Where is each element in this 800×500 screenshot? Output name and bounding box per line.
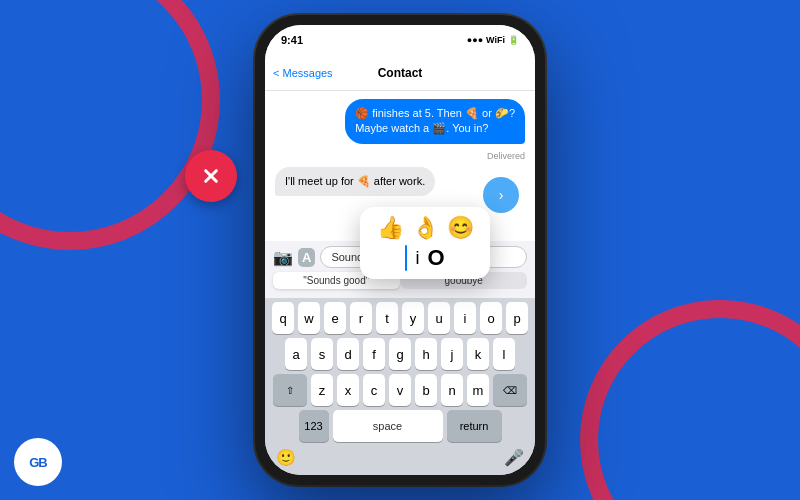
emoji-thumbsup[interactable]: 👍	[377, 215, 404, 241]
blue-arc-button[interactable]: ›	[483, 177, 519, 213]
key-f[interactable]: f	[363, 338, 385, 370]
status-time: 9:41	[281, 34, 303, 46]
key-g[interactable]: g	[389, 338, 411, 370]
key-y[interactable]: y	[402, 302, 424, 334]
appstore-icon[interactable]: A	[298, 248, 315, 267]
iphone-frame: 9:41 ●●● WiFi 🔋 < Messages Contact 🏀 fin…	[255, 15, 545, 485]
close-button[interactable]	[185, 150, 237, 202]
key-s[interactable]: s	[311, 338, 333, 370]
x-icon	[200, 165, 222, 187]
key-r[interactable]: r	[350, 302, 372, 334]
keyboard-bottom: 🙂 🎤	[268, 446, 532, 467]
text-cursor	[405, 245, 407, 271]
emoji-popup: 👍 👌 😊 i O	[360, 207, 490, 279]
key-d[interactable]: d	[337, 338, 359, 370]
iphone-screen: 9:41 ●●● WiFi 🔋 < Messages Contact 🏀 fin…	[265, 25, 535, 475]
outgoing-bubble-1: 🏀 finishes at 5. Then 🍕 or 🌮?Maybe watch…	[345, 99, 525, 144]
key-a[interactable]: a	[285, 338, 307, 370]
keyboard-row-3: ⇧ z x c v b n m ⌫	[268, 374, 532, 406]
emoji-smile[interactable]: 😊	[447, 215, 474, 241]
status-icons: ●●● WiFi 🔋	[467, 35, 519, 45]
emoji-key[interactable]: 🙂	[276, 448, 296, 467]
key-o[interactable]: o	[480, 302, 502, 334]
key-l[interactable]: l	[493, 338, 515, 370]
delivered-status: Delivered	[275, 151, 525, 161]
keyboard-row-1: q w e r t y u i o p	[268, 302, 532, 334]
incoming-bubble-1: I'll meet up for 🍕 after work.	[275, 167, 435, 196]
delete-key[interactable]: ⌫	[493, 374, 527, 406]
keyboard: q w e r t y u i o p a s d f g h j k	[265, 298, 535, 475]
keyboard-row-2: a s d f g h j k l	[268, 338, 532, 370]
camera-icon[interactable]: 📷	[273, 248, 293, 267]
key-u[interactable]: u	[428, 302, 450, 334]
bg-curve-left	[0, 0, 220, 250]
key-p[interactable]: p	[506, 302, 528, 334]
key-k[interactable]: k	[467, 338, 489, 370]
key-e[interactable]: e	[324, 302, 346, 334]
key-w[interactable]: w	[298, 302, 320, 334]
key-i[interactable]: i	[454, 302, 476, 334]
keyboard-row-4: 123 space return	[268, 410, 532, 442]
key-q[interactable]: q	[272, 302, 294, 334]
key-v[interactable]: v	[389, 374, 411, 406]
key-c[interactable]: c	[363, 374, 385, 406]
key-z[interactable]: z	[311, 374, 333, 406]
emoji-ok[interactable]: 👌	[412, 215, 439, 241]
logo: GB	[14, 438, 62, 486]
char-i: i	[415, 248, 419, 269]
mic-key[interactable]: 🎤	[504, 448, 524, 467]
char-o: O	[427, 245, 444, 271]
key-n[interactable]: n	[441, 374, 463, 406]
key-x[interactable]: x	[337, 374, 359, 406]
nav-title: Contact	[378, 66, 423, 80]
nav-bar: < Messages Contact	[265, 55, 535, 91]
shift-key[interactable]: ⇧	[273, 374, 307, 406]
status-bar: 9:41 ●●● WiFi 🔋	[265, 25, 535, 55]
nav-back-button[interactable]: < Messages	[273, 67, 333, 79]
emoji-cursor-row: i O	[370, 245, 480, 271]
return-key[interactable]: return	[447, 410, 502, 442]
key-b[interactable]: b	[415, 374, 437, 406]
space-key[interactable]: space	[333, 410, 443, 442]
key-m[interactable]: m	[467, 374, 489, 406]
numbers-key[interactable]: 123	[299, 410, 329, 442]
key-j[interactable]: j	[441, 338, 463, 370]
bg-curve-right	[580, 300, 800, 500]
emoji-suggestions-row: 👍 👌 😊	[370, 215, 480, 241]
key-t[interactable]: t	[376, 302, 398, 334]
key-h[interactable]: h	[415, 338, 437, 370]
